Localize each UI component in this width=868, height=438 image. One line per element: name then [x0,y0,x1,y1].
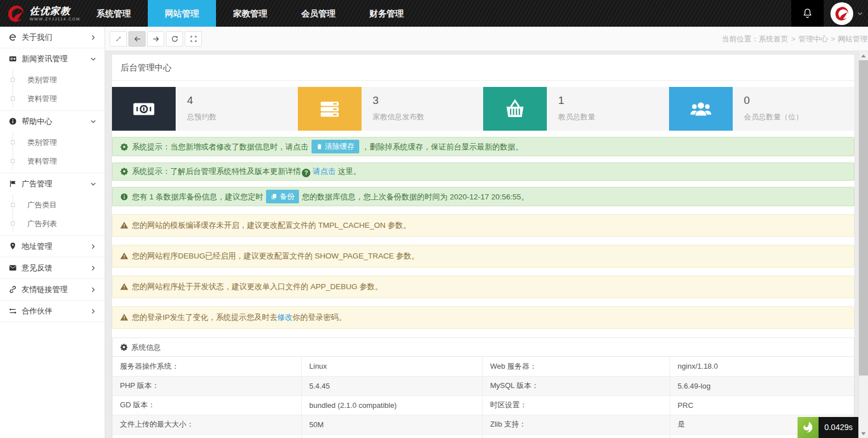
stat-label: 会员总数量（位） [744,112,855,122]
info-value: ZH-CN [302,434,483,438]
alert-2: 系统提示：了解后台管理系统特性及版本更新详情?请点击 这里。 [112,162,854,181]
system-info-row: 文件上传的最大大小：50MZlib 支持：是 [113,415,854,434]
info-value: nginx/1.18.0 [670,357,854,376]
alert-text: 系统提示：了解后台管理系统特性及版本更新详情 [132,167,301,176]
nav-tab-2[interactable]: 网站管理 [148,0,216,27]
user-menu-caret[interactable] [857,10,863,17]
stat-card-3: 1教员总数量 [483,87,669,131]
stat-label: 总预约数 [187,112,298,122]
chevron-right-icon [90,308,97,315]
chevron-right-icon [90,243,97,250]
collapse-sidebar-button[interactable] [110,31,127,47]
refresh-button[interactable] [166,31,183,47]
user-avatar[interactable] [830,2,853,25]
sidebar-item-label: 合作伙伴 [22,306,90,316]
stat-icon-box [669,87,733,131]
info-label: Web 服务器： [483,357,670,376]
alert-text: 您有 1 条数据库备份信息，建议您定时 [132,193,263,201]
sidebar-item-6[interactable]: 意见反馈 [0,257,105,278]
system-info-row: 服务器操作系统：LinuxWeb 服务器：nginx/1.18.0 [113,357,854,376]
page-title: 后台管理中心 [112,55,854,81]
sidebar-item-5[interactable]: 地址管理 [0,236,105,257]
basket-icon [503,97,527,121]
breadcrumb-link[interactable]: 管理中心 [798,35,828,43]
link-icon [9,285,17,294]
stat-icon-box [112,87,176,131]
question-icon: ? [302,169,310,177]
info-icon [9,117,17,126]
main-nav-tabs: 系统管理网站管理家教管理会员管理财务管理 [80,0,421,27]
chevron-down-icon [90,181,97,187]
sidebar-subitem[interactable]: 资料管理 [0,89,105,108]
alert-link[interactable]: 请点击 [313,167,336,176]
scroll-up-arrow[interactable] [859,51,868,60]
sidebar-item-4[interactable]: 广告管理 [0,173,105,194]
stat-card-2: 3家教信息发布数 [298,87,484,131]
sidebar-item-2[interactable]: 新闻资讯管理 [0,48,105,69]
info-value: 5.6.49-log [670,376,854,395]
warning-icon [120,282,128,291]
bullet-icon [11,97,15,101]
main-content: 后台管理中心 4总预约数3家教信息发布数1教员总数量0会员总数量（位） 系统提示… [105,51,858,438]
sidebar-item-1[interactable]: 关于我们 [0,27,105,48]
info-label: 服务器操作系统： [113,357,302,376]
sidebar-subitem[interactable]: 资料管理 [0,152,105,170]
clear-cache-button[interactable]: 清除缓存 [312,140,359,153]
alert-link[interactable]: 修改 [277,313,293,322]
notifications-button[interactable] [791,0,824,27]
info-label: PHP 版本： [113,376,302,395]
nav-tab-3[interactable]: 家教管理 [216,0,284,27]
arrow-left-icon [133,35,142,43]
sidebar-subitem[interactable]: 类别管理 [0,133,105,152]
info-value: PRC [670,395,854,415]
scroll-down-arrow[interactable] [859,429,868,438]
sidebar-item-3[interactable]: 帮助中心 [0,111,105,132]
backup-button[interactable]: 备份 [266,190,299,203]
nav-tab-1[interactable]: 系统管理 [80,0,148,27]
scrollbar-thumb[interactable] [859,60,868,376]
info-label: MySQL 版本： [483,376,670,395]
chevron-down-icon [90,56,97,62]
info-value: 5.4.45 [302,376,483,395]
flag-icon [9,180,17,188]
sidebar-item-label: 友情链接管理 [22,285,90,295]
chevron-right-icon [90,286,97,293]
alert-6: 您的网站程序处于开发状态，建议更改单入口文件的 APP_DEBUG 参数。 [112,276,854,298]
alerts-list: 系统提示：当您新增或者修改了数据信息时，请点击清除缓存，删除掉系统缓存，保证前台… [112,137,854,329]
info-label: 编码： [483,434,670,438]
sidebar-item-label: 地址管理 [22,241,90,252]
globe-icon [9,33,17,41]
chevron-right-icon [90,34,97,41]
nav-tab-5[interactable]: 财务管理 [352,0,421,27]
sidebar-subitem[interactable]: 类别管理 [0,70,105,89]
server-icon [318,97,342,121]
breadcrumb-link[interactable]: 系统首页 [759,35,788,43]
system-info-row: 语言：ZH-CN编码：UTF-8 [113,434,854,438]
sidebar-item-label: 意见反馈 [22,263,90,273]
sidebar-item-label: 新闻资讯管理 [22,54,90,64]
warning-icon [120,252,128,260]
sidebar-menu: 关于我们新闻资讯管理类别管理资料管理帮助中心类别管理资料管理广告管理广告类目广告… [0,27,105,438]
fullscreen-button[interactable] [185,31,202,47]
sidebar-subitem[interactable]: 广告类目 [0,195,105,214]
warning-icon [120,221,128,230]
brand-subtitle: WWW.ZYJJ114.COM [30,16,80,22]
sidebar-item-7[interactable]: 友情链接管理 [0,279,105,300]
alert-4: 您的网站的模板编译缓存未开启，建议更改配置文件的 TMPL_CACHE_ON 参… [112,214,854,237]
refresh-icon [171,35,179,43]
money-icon [132,97,156,121]
nav-tab-4[interactable]: 会员管理 [284,0,352,27]
forward-button[interactable] [147,31,164,47]
back-button[interactable] [128,31,146,47]
sidebar-item-label: 广告管理 [22,179,90,189]
breadcrumb-link[interactable]: 网站管理 [838,35,867,43]
info-value: bundled (2.1.0 compatible) [302,395,483,415]
news-icon [9,55,17,63]
info-label: Zlib 支持： [483,415,670,434]
brand-logo[interactable]: 佐优家教 WWW.ZYJJ114.COM [6,0,80,27]
alert-1: 系统提示：当您新增或者修改了数据信息时，请点击清除缓存，删除掉系统缓存，保证前台… [112,137,854,156]
alert-text: 你的登录密码。 [293,313,347,322]
sidebar-subitem[interactable]: 广告列表 [0,214,105,233]
sidebar-item-8[interactable]: 合作伙伴 [0,301,105,322]
trace-badge[interactable]: 0.0429s [798,417,858,438]
